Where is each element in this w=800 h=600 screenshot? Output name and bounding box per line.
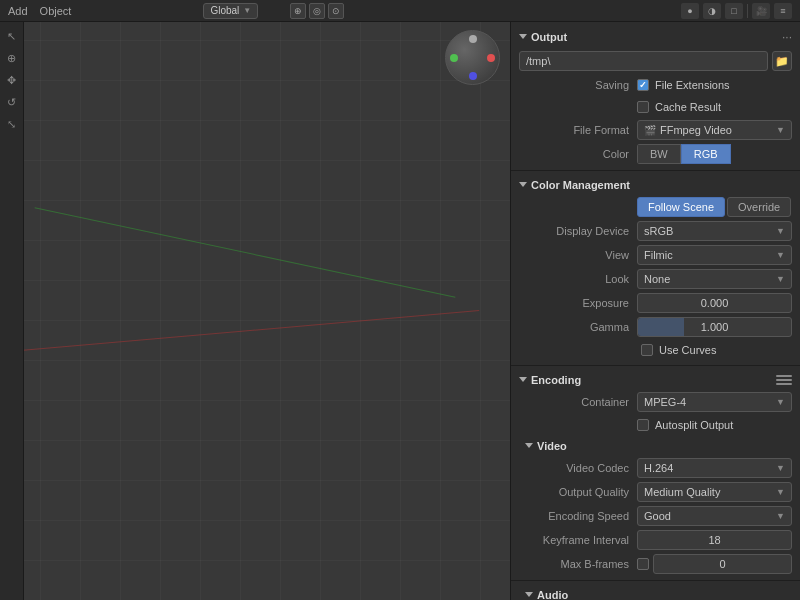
gamma-value: 1.000 xyxy=(637,317,792,337)
browse-path-icon[interactable]: 📁 xyxy=(772,51,792,71)
exposure-field[interactable]: 0.000 xyxy=(637,293,792,313)
override-button[interactable]: Override xyxy=(727,197,791,217)
encoding-speed-value: Good ▼ xyxy=(637,506,792,526)
display-device-dropdown[interactable]: sRGB ▼ xyxy=(637,221,792,241)
output-title: Output xyxy=(531,31,567,43)
snap-magnet-icon[interactable]: ⊕ xyxy=(290,3,306,19)
video-title: Video xyxy=(537,440,567,452)
autosplit-value: Autosplit Output xyxy=(637,419,792,431)
keyframe-interval-value: 18 xyxy=(637,530,792,550)
output-section-header[interactable]: Output ··· xyxy=(511,26,800,48)
cache-result-container: Cache Result xyxy=(637,101,792,113)
path-value: /tmp\ xyxy=(526,55,550,67)
encoding-speed-row: Encoding Speed Good ▼ xyxy=(511,504,800,528)
display-device-value: sRGB ▼ xyxy=(637,221,792,241)
scene-toggle: Follow Scene Override xyxy=(637,197,792,217)
global-dropdown[interactable]: Global ▼ xyxy=(203,3,258,19)
look-text: None xyxy=(644,273,670,285)
encoding-menu-icon[interactable] xyxy=(776,375,792,385)
cache-result-label: Cache Result xyxy=(655,101,721,113)
file-format-value: 🎬 FFmpeg Video ▼ xyxy=(637,120,792,140)
look-dropdown[interactable]: None ▼ xyxy=(637,269,792,289)
saving-row: Saving File Extensions xyxy=(511,74,800,96)
gamma-field[interactable]: 1.000 xyxy=(637,317,792,337)
max-bframes-checkbox[interactable] xyxy=(637,558,649,570)
video-codec-dropdown[interactable]: H.264 ▼ xyxy=(637,458,792,478)
encoding-speed-dropdown[interactable]: Good ▼ xyxy=(637,506,792,526)
color-management-collapse xyxy=(519,182,527,191)
container-arrow: ▼ xyxy=(776,397,785,407)
color-management-header[interactable]: Color Management xyxy=(511,175,800,195)
output-dots-icon[interactable]: ··· xyxy=(782,30,792,44)
proportional-edit-icon[interactable]: ◎ xyxy=(309,3,325,19)
top-right-toolbar: ● ◑ □ 🎥 ≡ xyxy=(673,0,800,22)
video-codec-label: Video Codec xyxy=(527,462,637,474)
left-sidebar: ↖ ⊕ ✥ ↺ ⤡ xyxy=(0,22,24,600)
bw-button[interactable]: BW xyxy=(637,144,681,164)
file-format-dropdown[interactable]: 🎬 FFmpeg Video ▼ xyxy=(637,120,792,140)
display-device-label: Display Device xyxy=(527,225,637,237)
audio-section-header[interactable]: Audio xyxy=(511,585,800,600)
video-section-header[interactable]: Video xyxy=(511,436,800,456)
scale-icon[interactable]: ⤡ xyxy=(2,114,22,134)
gamma-text: 1.000 xyxy=(701,321,729,333)
divider-3 xyxy=(511,580,800,581)
viewport-shading-icon[interactable]: ● xyxy=(681,3,699,19)
follow-scene-button[interactable]: Follow Scene xyxy=(637,197,725,217)
saving-value: File Extensions xyxy=(637,79,792,91)
keyframe-interval-text: 18 xyxy=(708,534,720,546)
dots-line-1 xyxy=(776,375,792,377)
keyframe-interval-field[interactable]: 18 xyxy=(637,530,792,550)
look-label: Look xyxy=(527,273,637,285)
max-bframes-value: 0 xyxy=(637,554,792,574)
camera-icon[interactable]: 🎥 xyxy=(752,3,770,19)
rotate-icon[interactable]: ↺ xyxy=(2,92,22,112)
menu-object[interactable]: Object xyxy=(40,5,72,17)
menu-add[interactable]: Add xyxy=(8,5,28,17)
cache-result-checkbox[interactable] xyxy=(637,101,649,113)
container-text: MPEG-4 xyxy=(644,396,686,408)
encoding-collapse xyxy=(519,377,527,386)
view-row: View Filmic ▼ xyxy=(511,243,800,267)
use-curves-label: Use Curves xyxy=(659,344,716,356)
move-icon[interactable]: ✥ xyxy=(2,70,22,90)
max-bframes-field[interactable]: 0 xyxy=(653,554,792,574)
display-device-row: Display Device sRGB ▼ xyxy=(511,219,800,243)
use-curves-checkbox[interactable] xyxy=(641,344,653,356)
container-dropdown[interactable]: MPEG-4 ▼ xyxy=(637,392,792,412)
nav-left-dot xyxy=(450,54,458,62)
file-format-inner: 🎬 FFmpeg Video xyxy=(644,124,732,136)
view-dropdown[interactable]: Filmic ▼ xyxy=(637,245,792,265)
overlay-icon[interactable]: ◑ xyxy=(703,3,721,19)
color-toggle: BW RGB xyxy=(637,144,792,164)
transform-pivot-icon[interactable]: ⊙ xyxy=(328,3,344,19)
output-quality-dropdown[interactable]: Medium Quality ▼ xyxy=(637,482,792,502)
exposure-label: Exposure xyxy=(527,297,637,309)
follow-scene-container: Follow Scene Override xyxy=(637,197,792,217)
rgb-button[interactable]: RGB xyxy=(681,144,731,164)
gamma-bar xyxy=(638,318,684,336)
nav-gizmo[interactable] xyxy=(445,30,500,85)
autosplit-row: Autosplit Output xyxy=(511,414,800,436)
divider-1 xyxy=(511,170,800,171)
file-extensions-checkbox[interactable] xyxy=(637,79,649,91)
options-icon[interactable]: ≡ xyxy=(774,3,792,19)
path-field[interactable]: /tmp\ xyxy=(519,51,768,71)
select-icon[interactable]: ↖ xyxy=(2,26,22,46)
encoding-title: Encoding xyxy=(531,374,581,386)
xray-icon[interactable]: □ xyxy=(725,3,743,19)
view-value: Filmic ▼ xyxy=(637,245,792,265)
video-codec-text: H.264 xyxy=(644,462,673,474)
cursor-icon[interactable]: ⊕ xyxy=(2,48,22,68)
color-management-title: Color Management xyxy=(531,179,630,191)
color-row: Color BW RGB xyxy=(511,142,800,166)
look-row: Look None ▼ xyxy=(511,267,800,291)
audio-title: Audio xyxy=(537,589,568,600)
encoding-header[interactable]: Encoding xyxy=(511,370,800,390)
divider-2 xyxy=(511,365,800,366)
output-quality-value: Medium Quality ▼ xyxy=(637,482,792,502)
autosplit-checkbox[interactable] xyxy=(637,419,649,431)
toolbar-sep xyxy=(747,4,748,18)
saving-label: Saving xyxy=(527,79,637,91)
snap-tools: ⊕ ◎ ⊙ xyxy=(290,3,344,19)
